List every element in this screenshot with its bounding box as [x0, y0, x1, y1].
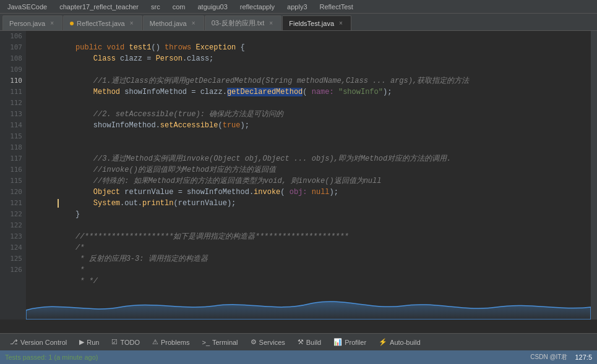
code-line-109: //1.通过Class的实例调用getDeclaredMethod(String… — [31, 64, 591, 75]
code-line-106: public void test1() throws Exception { — [31, 31, 591, 42]
auto-build-icon: ⚡ — [379, 338, 387, 346]
toolbar-problems-label: Problems — [161, 339, 189, 346]
tab-reflecttest-java[interactable]: ReflectTest.java × — [63, 15, 142, 30]
menu-reflectapply[interactable]: reflectapply — [238, 2, 277, 12]
tab-fieldstest-java[interactable]: FieldsTest.java × — [282, 15, 351, 30]
toolbar-auto-build[interactable]: ⚡ Auto-build — [374, 336, 426, 349]
toolbar-terminal-label: Terminal — [212, 339, 238, 346]
line-num-111: 111 — [0, 87, 26, 98]
line-num-123: 123 — [0, 231, 26, 242]
tab-label: FieldsTest.java — [289, 20, 334, 27]
line-num-107: 107 — [0, 42, 26, 53]
status-bar: Tests passed: 1 (a minute ago) CSDN @IT君… — [0, 350, 597, 364]
tab-person-java[interactable]: Person.java × — [2, 15, 62, 30]
tabs-bar: Person.java × ReflectTest.java × Method.… — [0, 14, 597, 31]
test-result-text: Tests passed: 1 (a minute ago) — [5, 353, 98, 361]
line-num-122b: 122 — [0, 220, 26, 231]
cursor-position-text: 127:5 — [575, 353, 592, 361]
profiler-icon: 📊 — [333, 338, 342, 346]
toolbar-profiler[interactable]: 📊 Profiler — [329, 336, 371, 349]
code-area[interactable]: public void test1() throws Exception { C… — [26, 31, 591, 320]
tab-reflect-txt[interactable]: 03-反射的应用.txt × — [205, 15, 282, 30]
tab-label: 03-反射的应用.txt — [212, 19, 265, 28]
toolbar-version-control-label: Version Control — [20, 339, 67, 346]
line-numbers: 106 107 108 109 110 111 112 113 114 115 … — [0, 31, 26, 320]
menu-atguigu[interactable]: atguigu03 — [195, 2, 230, 12]
cursor-position[interactable]: 127:5 — [575, 353, 592, 361]
menu-javasecode[interactable]: JavaSECode — [5, 2, 49, 12]
tab-label: ReflectTest.java — [77, 20, 125, 27]
todo-icon: ☑ — [111, 338, 118, 346]
line-num-110: 110 — [0, 75, 26, 87]
toolbar-services-label: Services — [259, 339, 285, 346]
line-num-124: 124 — [0, 242, 26, 253]
line-num-108: 108 — [0, 53, 26, 64]
line-num-120: 120 — [0, 187, 26, 198]
line-num-115: 115 — [0, 131, 26, 142]
editor-container: 106 107 108 109 110 111 112 113 114 115 … — [0, 31, 597, 320]
toolbar-todo-label: TODO — [120, 339, 140, 346]
tab-label: Method.java — [150, 20, 187, 27]
line-num-121: 121 — [0, 198, 26, 209]
tab-label: Person.java — [9, 20, 45, 27]
toolbar-run-label: Run — [87, 339, 99, 346]
line-num-109: 109 — [0, 64, 26, 75]
code-line-122b: //********************如下是调用指定的构造器*******… — [31, 220, 591, 231]
run-icon: ▶ — [79, 338, 84, 346]
code-minimap-wave — [26, 289, 591, 320]
line-num-117: 117 — [0, 153, 26, 164]
code-line-115 — [31, 131, 591, 142]
line-num-114: 114 — [0, 120, 26, 131]
code-line-122 — [31, 209, 591, 220]
csdn-label: CSDN @IT君 — [530, 353, 567, 362]
build-icon: ⚒ — [298, 338, 304, 346]
tab-modified-dot — [70, 22, 74, 25]
toolbar-version-control[interactable]: ⎇ Version Control — [5, 336, 72, 349]
toolbar-todo[interactable]: ☑ TODO — [106, 336, 145, 349]
line-num-112: 112 — [0, 98, 26, 109]
csdn-watermark: CSDN @IT君 — [530, 353, 567, 362]
tab-close-fieldstest[interactable]: × — [337, 20, 345, 27]
line-num-113: 113 — [0, 109, 26, 120]
services-icon: ⚙ — [251, 338, 257, 346]
code-line-124: * 反射的应用3-3: 调用指定的构造器 — [31, 242, 591, 253]
tab-close-reflecttest[interactable]: × — [128, 20, 135, 27]
tab-method-java[interactable]: Method.java × — [143, 15, 204, 30]
menu-com[interactable]: com — [170, 2, 188, 12]
top-menu-bar: JavaSECode chapter17_reflect_teacher src… — [0, 0, 597, 14]
toolbar-profiler-label: Profiler — [345, 339, 366, 346]
menu-chapter[interactable]: chapter17_reflect_teacher — [57, 2, 141, 12]
test-result: Tests passed: 1 (a minute ago) — [5, 353, 98, 361]
tab-close-person[interactable]: × — [48, 20, 56, 27]
terminal-icon: >_ — [202, 339, 210, 346]
code-line-112: //2. setAccessible(true): 确保此方法是可访问的 — [31, 98, 591, 109]
toolbar-auto-build-label: Auto-build — [390, 339, 421, 346]
toolbar-problems[interactable]: ⚠ Problems — [147, 336, 194, 349]
problems-icon: ⚠ — [152, 338, 158, 346]
bottom-toolbar: ⎇ Version Control ▶ Run ☑ TODO ⚠ Problem… — [0, 333, 597, 350]
toolbar-run[interactable]: ▶ Run — [74, 336, 104, 349]
line-num-106: 106 — [0, 31, 26, 42]
line-num-116: 116 — [0, 164, 26, 176]
toolbar-build-label: Build — [306, 339, 321, 346]
minimap[interactable] — [591, 31, 597, 320]
menu-reflecttest[interactable]: ReflectTest — [317, 2, 356, 12]
line-num-125: 125 — [0, 253, 26, 265]
code-line-118: //3.通过Method实例调用invoke(Object obj,Object… — [31, 142, 591, 153]
line-num-118: 118 — [0, 142, 26, 153]
line-num-115b: 115 — [0, 176, 26, 187]
toolbar-build[interactable]: ⚒ Build — [293, 336, 326, 349]
code-line-126: * */ — [31, 265, 591, 276]
toolbar-terminal[interactable]: >_ Terminal — [197, 336, 243, 349]
version-control-icon: ⎇ — [10, 338, 18, 346]
line-num-126: 126 — [0, 265, 26, 276]
tab-close-method[interactable]: × — [190, 20, 197, 27]
line-num-122: 122 — [0, 209, 26, 220]
toolbar-services[interactable]: ⚙ Services — [246, 336, 290, 349]
menu-src[interactable]: src — [148, 2, 163, 12]
menu-apply3[interactable]: apply3 — [285, 2, 309, 12]
tab-close-reflect-txt[interactable]: × — [267, 20, 275, 27]
